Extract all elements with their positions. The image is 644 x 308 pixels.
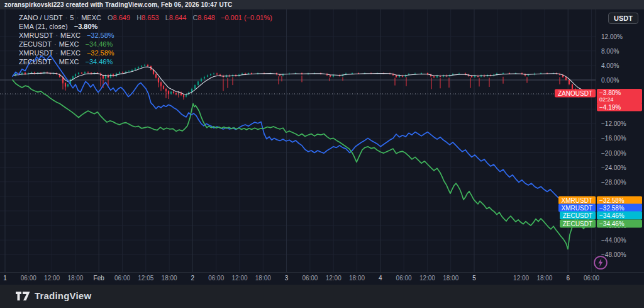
open-label: O: [108, 14, 113, 21]
compare-value: −34.46%: [85, 40, 113, 48]
x-axis-time-label: 06:00: [396, 275, 412, 282]
candle-body: [186, 94, 187, 96]
close-value: 8.648: [197, 14, 215, 21]
candle-body: [138, 67, 139, 68]
y-axis-label: −44.00%: [601, 237, 626, 244]
x-axis-time-label: 12:00: [44, 275, 60, 282]
candle-body: [245, 74, 246, 74]
x-axis-day-label: 5: [472, 275, 476, 282]
compare-symbol[interactable]: XMRUSDT: [19, 49, 53, 57]
candle-body: [502, 73, 504, 74]
xmr-line-series[interactable]: [13, 55, 594, 213]
symbol-legend-row[interactable]: ZANO / USDT·5·MEXC O8.649 H8.653 L8.644 …: [19, 13, 272, 22]
candle-body: [414, 74, 416, 74]
attribution-text: zoranspirkovski223 created with TradingV…: [4, 1, 232, 8]
x-axis-day-label: 1: [3, 275, 7, 282]
symbol-interval[interactable]: 5: [70, 14, 74, 21]
attribution-bar: zoranspirkovski223 created with TradingV…: [0, 0, 644, 9]
x-axis-time-label: 18:00: [443, 275, 458, 282]
x-axis-day-label: Feb: [94, 275, 104, 282]
x-axis-time-label: 12:05: [138, 275, 153, 282]
low-value: 8.644: [169, 14, 187, 21]
candle-body: [87, 72, 89, 72]
x-axis-time-label: 06:00: [208, 275, 224, 282]
time-axis[interactable]: 106:0012:0018:00Feb06:0012:0518:00206:00…: [0, 273, 644, 285]
x-axis-day-label: 6: [566, 275, 570, 282]
x-axis-time-label: 06:00: [584, 275, 599, 282]
ema-value: −3.80%: [74, 23, 98, 30]
zano-countdown: 02:24: [599, 96, 640, 103]
candle-body: [213, 74, 214, 74]
ema-legend-row[interactable]: EMA (21, close) −3.80%: [19, 22, 272, 31]
x-axis-day-label: 3: [285, 275, 289, 282]
zec-green-name-tag: ZECUSDT: [560, 220, 596, 228]
x-axis-time-label: 06:00: [21, 275, 36, 282]
zano-secondary-price-tag: −4.19%: [597, 103, 642, 111]
x-axis-day-label: 2: [191, 275, 195, 282]
compare-legend-row-zec-teal[interactable]: ZECUSDT·MEXC −34.46%: [19, 57, 272, 66]
candle-body: [175, 93, 177, 94]
candle-body: [219, 74, 221, 76]
candle-body: [216, 74, 218, 75]
candle-body: [194, 85, 196, 89]
candle-body: [81, 72, 82, 73]
symbol-exchange: MEXC: [81, 14, 101, 21]
ema-label[interactable]: EMA (21, close): [19, 23, 68, 30]
candle-body: [471, 76, 472, 77]
candle-body: [210, 74, 211, 76]
price-axis[interactable]: USDT 12.00%8.00%4.00%0.00%−12.00%−16.00%…: [596, 9, 644, 272]
candle-body: [569, 80, 570, 84]
candle-body: [242, 74, 243, 75]
x-axis-time-label: 12:00: [326, 275, 341, 282]
legend-separator: ·: [54, 40, 57, 48]
compare-exchange: MEXC: [60, 31, 80, 39]
compare-symbol[interactable]: XMRUSDT: [19, 31, 53, 39]
currency-toggle-button[interactable]: USDT: [608, 13, 638, 24]
zec-green-price-tag: −34.46%: [597, 220, 642, 228]
legend-separator: ·: [76, 14, 79, 21]
y-axis-label: 12.00%: [601, 33, 623, 40]
candle-body: [330, 75, 331, 76]
candle-body: [170, 91, 172, 93]
candle-body: [352, 73, 353, 74]
compare-value: −34.46%: [85, 58, 113, 66]
compare-legend-row-xmr-blue[interactable]: XMRUSDT·MEXC −32.58%: [19, 31, 272, 40]
legend-separator: ·: [55, 31, 58, 39]
x-axis-time-label: 18:00: [255, 275, 271, 282]
compare-exchange: MEXC: [59, 58, 79, 66]
candle-body: [173, 91, 174, 93]
y-axis-label: −24.00%: [601, 164, 626, 171]
candle-body: [399, 76, 400, 77]
compare-legend-row-zec-green[interactable]: ZECUSDT·MEXC −34.46%: [19, 40, 272, 48]
y-axis-label: −28.00%: [601, 178, 626, 185]
open-value: 8.649: [113, 14, 131, 21]
compare-value: −32.58%: [87, 31, 114, 39]
compare-legend-row-xmr-orange[interactable]: XMRUSDT·MEXC −32.58%: [19, 48, 272, 57]
candle-body: [163, 86, 164, 89]
candle-body: [197, 81, 199, 85]
x-axis-time-label: 12:00: [231, 275, 247, 282]
candle-body: [396, 75, 397, 77]
candle-body: [128, 71, 130, 72]
y-axis-label: −16.00%: [601, 135, 626, 142]
zec-cyan-name-tag: ZECUSDT: [560, 212, 596, 220]
compare-exchange: MEXC: [60, 49, 80, 57]
x-axis-time-label: 06:00: [302, 275, 318, 282]
compare-symbol[interactable]: ZECUSDT: [19, 58, 52, 66]
y-axis-label: 4.00%: [601, 62, 619, 69]
candle-body: [433, 76, 435, 77]
symbol-title[interactable]: ZANO / USDT: [19, 14, 63, 21]
x-axis-time-label: 18:00: [349, 275, 365, 282]
y-axis-label: 8.00%: [601, 47, 619, 54]
candle-body: [103, 76, 104, 79]
zec-cyan-price-tag: −34.46%: [597, 212, 642, 220]
x-axis-time-label: 12:00: [419, 275, 435, 282]
flash-icon[interactable]: [592, 254, 609, 271]
candle-body: [75, 74, 76, 76]
x-axis-time-label: 18:00: [67, 275, 83, 282]
zec-line-series[interactable]: [13, 80, 594, 249]
candle-body: [78, 72, 79, 74]
tradingview-brand[interactable]: TradingView: [16, 290, 91, 301]
chart-legend: ZANO / USDT·5·MEXC O8.649 H8.653 L8.644 …: [19, 13, 272, 66]
compare-symbol[interactable]: ZECUSDT: [19, 40, 52, 48]
